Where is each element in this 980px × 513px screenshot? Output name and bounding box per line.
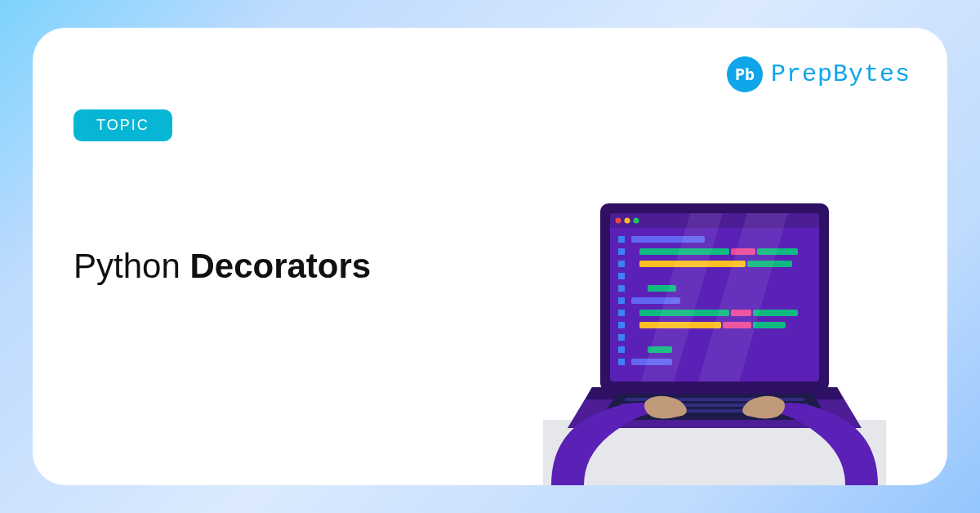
- svg-point-8: [625, 218, 630, 224]
- svg-rect-13: [618, 273, 625, 279]
- svg-rect-11: [618, 248, 625, 255]
- topic-badge-label: TOPIC: [96, 117, 149, 133]
- brand-logo: Pb PrepBytes: [727, 56, 911, 92]
- title-bold: Decorators: [189, 247, 371, 285]
- title-light: Python: [74, 247, 189, 285]
- svg-rect-20: [618, 359, 625, 365]
- svg-point-7: [616, 218, 621, 224]
- topic-badge: TOPIC: [74, 109, 172, 141]
- svg-rect-16: [618, 310, 625, 316]
- content-card: Pb PrepBytes TOPIC Python Decorators: [33, 28, 947, 485]
- page-title: Python Decorators: [74, 247, 371, 286]
- brand-icon: Pb: [727, 56, 763, 92]
- svg-rect-14: [618, 285, 625, 292]
- svg-point-9: [634, 218, 639, 224]
- svg-rect-18: [618, 334, 625, 341]
- brand-icon-text: Pb: [735, 65, 755, 84]
- svg-rect-10: [618, 236, 625, 243]
- svg-rect-17: [618, 322, 625, 328]
- laptop-coding-illustration: [510, 158, 919, 485]
- svg-rect-12: [618, 261, 625, 267]
- svg-rect-19: [618, 346, 625, 353]
- svg-rect-15: [618, 297, 625, 304]
- svg-rect-34: [753, 322, 786, 328]
- brand-name: PrepBytes: [771, 60, 911, 88]
